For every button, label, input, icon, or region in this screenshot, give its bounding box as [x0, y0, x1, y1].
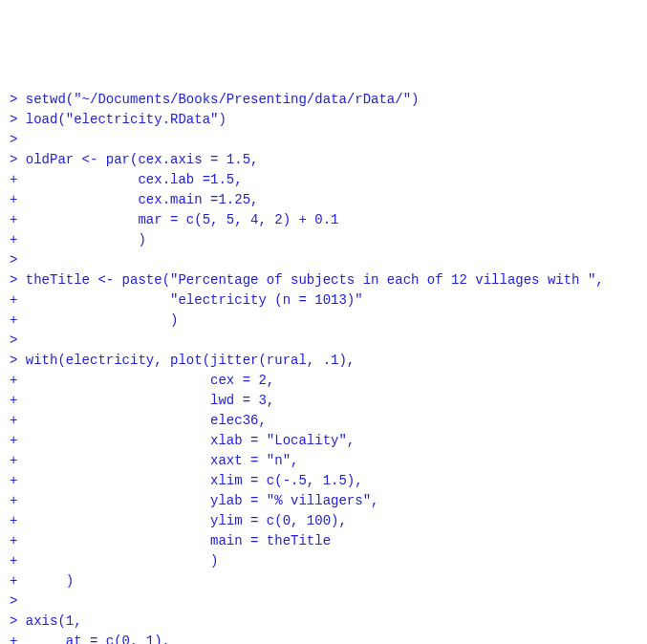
console-line: > [10, 132, 26, 147]
console-line: + at = c(0, 1), [10, 633, 170, 644]
console-line: + elec36, [10, 413, 267, 428]
console-line: + ) [10, 232, 146, 247]
console-line: + cex.lab =1.5, [10, 172, 243, 187]
console-line: > [10, 252, 26, 268]
console-line: + cex.main =1.25, [10, 192, 258, 207]
console-line: > setwd("~/Documents/Books/Presenting/da… [10, 92, 419, 107]
console-line: + "electricity (n = 1013)" [10, 292, 363, 308]
console-line: + ylab = "% villagers", [10, 493, 378, 508]
console-line: > theTitle <- paste("Percentage of subje… [10, 272, 604, 288]
console-line: > with(electricity, plot(jitter(rural, .… [10, 353, 355, 368]
console-line: + xlab = "Locality", [10, 433, 355, 448]
console-line: + lwd = 3, [10, 393, 274, 408]
console-line: + main = theTitle [10, 533, 331, 548]
r-console-output: > setwd("~/Documents/Books/Presenting/da… [10, 90, 637, 644]
console-line: + xlim = c(-.5, 1.5), [10, 473, 363, 488]
console-line: + ) [10, 312, 178, 328]
console-line: + ) [10, 553, 218, 569]
console-line: > axis(1, [10, 613, 82, 629]
console-line: + cex = 2, [10, 373, 274, 388]
console-line: + ) [10, 573, 74, 589]
console-line: > load("electricity.RData") [10, 112, 226, 127]
console-line: > oldPar <- par(cex.axis = 1.5, [10, 152, 258, 167]
console-line: > [10, 593, 26, 609]
console-line: > [10, 333, 26, 348]
console-line: + ylim = c(0, 100), [10, 513, 347, 528]
console-line: + mar = c(5, 5, 4, 2) + 0.1 [10, 212, 338, 227]
console-line: + xaxt = "n", [10, 453, 298, 468]
